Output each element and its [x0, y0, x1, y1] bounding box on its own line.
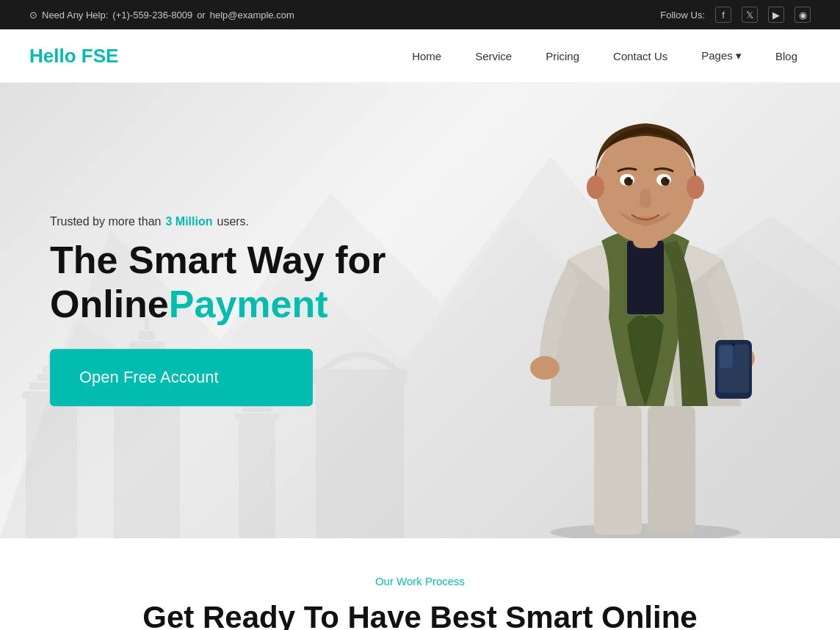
svg-rect-15: [242, 406, 272, 412]
twitter-icon[interactable]: 𝕏: [742, 7, 758, 23]
below-fold-section: Our Work Process Get Ready To Have Best …: [0, 538, 840, 630]
hero-title: The Smart Way for OnlinePayment: [50, 239, 386, 327]
clock-icon: ⊙: [29, 10, 37, 21]
svg-rect-7: [26, 399, 77, 538]
svg-rect-24: [648, 406, 695, 535]
svg-rect-23: [594, 406, 642, 535]
help-prefix: Need Any Help:: [42, 10, 108, 21]
contact-info: ⊙ Need Any Help: (+1)-559-236-8009 or he…: [29, 10, 294, 21]
nav-item-contact[interactable]: Contact Us: [600, 44, 681, 68]
hero-person-image: [480, 98, 811, 538]
instagram-icon[interactable]: ◉: [794, 7, 811, 23]
hero-title-line2: OnlinePayment: [50, 283, 386, 327]
nav-item-home[interactable]: Home: [399, 44, 455, 68]
svg-rect-17: [239, 419, 275, 538]
hero-title-plain: Online: [50, 283, 169, 325]
nav-item-pages[interactable]: Pages ▾: [688, 43, 755, 68]
hero-title-accent: Payment: [169, 283, 328, 325]
svg-rect-25: [627, 241, 664, 314]
section-label: Our Work Process: [29, 575, 811, 587]
hero-title-line1: The Smart Way for: [50, 239, 386, 283]
phone-number: (+1)-559-236-8009: [112, 10, 192, 21]
open-account-button[interactable]: Open Free Account: [50, 349, 313, 406]
site-logo[interactable]: Hello FSE: [29, 45, 118, 68]
trusted-suffix: users.: [217, 215, 249, 228]
social-links: Follow Us: f 𝕏 ▶ ◉: [660, 7, 811, 23]
hero-content: Trusted by more than 3 Million users. Th…: [50, 215, 386, 406]
svg-point-22: [550, 524, 741, 538]
follow-label: Follow Us:: [660, 10, 705, 21]
section-title: Get Ready To Have Best Smart Online: [29, 599, 811, 630]
svg-point-37: [667, 178, 670, 180]
svg-point-28: [587, 175, 604, 199]
trusted-prefix: Trusted by more than: [50, 215, 161, 228]
nav-item-service[interactable]: Service: [462, 44, 525, 68]
trusted-highlight: 3 Million: [165, 215, 212, 228]
header: Hello FSE Home Service Pricing Contact U…: [0, 29, 840, 83]
svg-rect-14: [235, 413, 279, 419]
svg-rect-41: [720, 346, 733, 368]
svg-point-42: [732, 343, 735, 346]
nav-item-pricing[interactable]: Pricing: [532, 44, 593, 68]
main-nav: Home Service Pricing Contact Us Pages ▾ …: [399, 43, 811, 68]
svg-point-43: [530, 356, 560, 380]
youtube-icon[interactable]: ▶: [768, 7, 784, 23]
trusted-text: Trusted by more than 3 Million users.: [50, 215, 386, 228]
email-separator: or: [197, 10, 206, 21]
facebook-icon[interactable]: f: [715, 7, 731, 23]
hero-section: Trusted by more than 3 Million users. Th…: [0, 83, 840, 538]
email-address: help@example.com: [210, 10, 294, 21]
nav-item-blog[interactable]: Blog: [762, 44, 811, 68]
top-bar: ⊙ Need Any Help: (+1)-559-236-8009 or he…: [0, 0, 840, 29]
svg-point-36: [631, 178, 633, 180]
svg-point-29: [687, 175, 704, 199]
